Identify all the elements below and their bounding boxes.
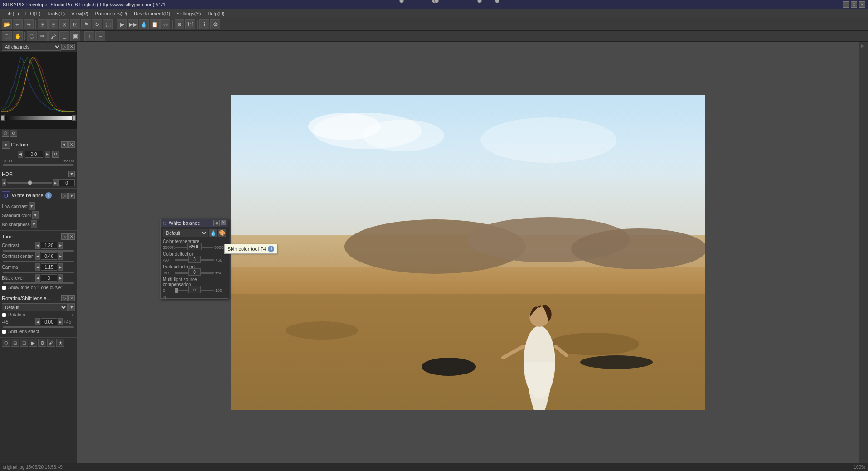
tb-undo[interactable]: ↩ [13, 19, 23, 29]
histogram-right-thumb[interactable] [72, 115, 76, 121]
hdr-down[interactable]: ◀ [2, 179, 6, 186]
wb-eyedropper-2[interactable]: 🎨 [218, 229, 226, 237]
histogram-expand[interactable]: ▷ [61, 44, 68, 50]
menu-tools[interactable]: Tools(T) [44, 10, 68, 17]
tb2-mask[interactable]: ▣ [70, 31, 80, 41]
wb-icon-btn[interactable]: ⬡ [2, 191, 10, 199]
menu-edit[interactable]: Edit(E) [23, 10, 44, 17]
tb-rotate[interactable]: ↻ [92, 19, 102, 29]
tb-settings[interactable]: ⚙ [210, 19, 220, 29]
tone-expand[interactable]: ▷ [61, 233, 68, 240]
bottom-btn-3[interactable]: ⊡ [20, 339, 28, 347]
tb-develop[interactable]: ▶ [117, 19, 127, 29]
hdr-collapse[interactable]: ▼ [68, 171, 75, 177]
sharpness-arrow[interactable]: ▼ [31, 220, 37, 228]
contrast-down[interactable]: ◀ [35, 242, 40, 249]
bottom-btn-7[interactable]: ★ [56, 339, 64, 347]
bl-up[interactable]: ▶ [58, 274, 63, 282]
tb-eyedrop[interactable]: 💧 [139, 19, 149, 29]
menu-development[interactable]: Development(D) [131, 10, 173, 17]
tb-flag[interactable]: ⚑ [81, 19, 91, 29]
histogram-channel-select[interactable]: All channels Red Green Blue [2, 43, 61, 51]
close-btn[interactable]: ✕ [859, 1, 865, 8]
hdr-thumb[interactable] [28, 180, 32, 185]
exposure-collapse[interactable]: ▼ [61, 141, 68, 148]
menu-file[interactable]: File(F) [2, 10, 22, 17]
exposure-icon[interactable]: ✦ [2, 141, 10, 149]
sharpness-label: No sharpness [2, 222, 30, 227]
tb-develop-all[interactable]: ▶▶ [128, 19, 138, 29]
rotation-down[interactable]: ◀ [35, 318, 40, 325]
bottom-btn-1[interactable]: ⬡ [2, 339, 10, 347]
rotation-up[interactable]: ▶ [58, 318, 63, 325]
cc-up[interactable]: ▶ [58, 252, 63, 260]
menu-parameters[interactable]: Parameters(P) [92, 10, 130, 17]
wb-main-dropdown[interactable]: Default [163, 229, 208, 237]
tone-curve-checkbox[interactable] [2, 286, 6, 290]
tb2-wb[interactable]: ⬡ [27, 31, 37, 41]
histogram-left-thumb[interactable] [1, 115, 5, 121]
skin-tooltip-info[interactable]: i [268, 246, 274, 252]
histogram-close[interactable]: ✕ [68, 44, 75, 50]
wb-collapse[interactable]: ▼ [68, 193, 75, 199]
tb-layout4[interactable]: ⊡ [70, 19, 80, 29]
tb-layout2[interactable]: ⊟ [48, 19, 58, 29]
exposure-close[interactable]: ✕ [68, 141, 75, 148]
rotation-dropdown[interactable]: Default [2, 303, 68, 311]
ml-thumb[interactable] [175, 288, 178, 293]
tb2-brush[interactable]: 🖌 [48, 31, 58, 41]
tb2-pencil[interactable]: ✏ [38, 31, 48, 41]
tb2-zoom-in[interactable]: + [84, 31, 94, 41]
tb2-select[interactable]: ⬚ [2, 31, 12, 41]
wb-eyedropper-1[interactable]: 💧 [209, 229, 217, 237]
tb-crop[interactable]: ⬚ [103, 19, 113, 29]
tb-redo[interactable]: ↪ [24, 19, 34, 29]
bottom-btn-6[interactable]: 🖋 [47, 339, 55, 347]
ev-up[interactable]: ▶ [45, 151, 50, 158]
tb-zoom-1[interactable]: 1:1 [185, 19, 195, 29]
menu-settings[interactable]: Settings(S) [174, 10, 204, 17]
rotation-close[interactable]: ✕ [68, 295, 75, 301]
maximize-btn[interactable]: □ [851, 1, 857, 8]
tb-info[interactable]: ℹ [199, 19, 209, 29]
tb-open[interactable]: 📂 [2, 19, 12, 29]
rotation-dropdown-row: Default ▼ [2, 303, 75, 311]
rotation-checkbox[interactable] [2, 313, 6, 317]
bl-down[interactable]: ◀ [35, 274, 40, 282]
bottom-btn-4[interactable]: ▶ [29, 339, 37, 347]
tone-close[interactable]: ✕ [68, 233, 75, 240]
color-arrow[interactable]: ▼ [32, 211, 39, 219]
wb-info-icon[interactable]: i [45, 192, 52, 199]
low-contrast-arrow[interactable]: ▼ [29, 202, 35, 210]
tb2-hand[interactable]: ✋ [13, 31, 23, 41]
tb2-zoom-out[interactable]: − [95, 31, 105, 41]
tb-compare[interactable]: ⇔ [160, 19, 170, 29]
wb-expand[interactable]: ▷ [61, 193, 68, 199]
hdr-up[interactable]: ▶ [53, 179, 58, 186]
minimize-btn[interactable]: ─ [843, 1, 849, 8]
wb-panel-pin[interactable]: ◈ [213, 220, 220, 226]
tb-paste[interactable]: 📋 [150, 19, 160, 29]
ev-down[interactable]: ◀ [18, 151, 23, 158]
tb-layout3[interactable]: ⊠ [59, 19, 69, 29]
contrast-up[interactable]: ▶ [58, 242, 63, 249]
rotation-dropdown-btn[interactable]: ▼ [68, 303, 75, 311]
bottom-btn-2[interactable]: ⊞ [11, 339, 19, 347]
tb-layout1[interactable]: ⊞ [38, 19, 48, 29]
menu-view[interactable]: View(V) [68, 10, 91, 17]
gamma-down[interactable]: ◀ [35, 263, 40, 271]
panel-icon-1[interactable]: ⬡ [2, 130, 9, 137]
ev-reset[interactable]: ↺ [52, 151, 59, 158]
gamma-up[interactable]: ▶ [58, 263, 63, 271]
bl-slider-container [2, 282, 75, 284]
wb-panel-header[interactable]: ⬡ White balance ◈ ✕ [161, 219, 228, 227]
bottom-btn-5[interactable]: ⚙ [38, 339, 46, 347]
cc-down[interactable]: ◀ [35, 252, 40, 260]
menu-help[interactable]: Help(H) [205, 10, 228, 17]
shift-checkbox[interactable] [2, 330, 6, 334]
tb-zoom-fit[interactable]: ⊕ [175, 19, 184, 29]
rotation-expand[interactable]: ▷ [61, 295, 68, 301]
panel-icon-2[interactable]: ⚙ [10, 130, 17, 137]
wb-panel-close[interactable]: ✕ [221, 220, 226, 225]
tb2-eraser[interactable]: ◻ [59, 31, 69, 41]
